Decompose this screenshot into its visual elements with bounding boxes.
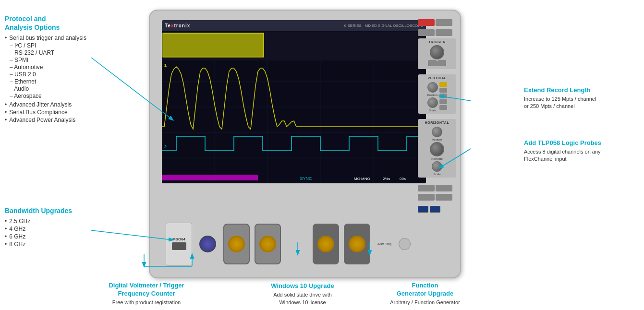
svg-rect-11 — [163, 33, 264, 57]
trigger-btn-1[interactable] — [428, 60, 437, 66]
probe-ch1-connector[interactable] — [228, 236, 245, 252]
sub-item: Audio — [10, 85, 106, 92]
list-item: Advanced Jitter Analysis — [5, 101, 106, 108]
digital-voltmeter-title: Digital Voltmeter / TriggerFrequency Cou… — [103, 282, 190, 298]
position-knob[interactable] — [427, 82, 438, 93]
trigger-buttons — [420, 60, 454, 66]
screen-waveform: SYNC MO·MNO 2%s 00s 1 2 — [162, 31, 426, 183]
probe-ch2 — [255, 224, 281, 264]
vertical-section: VERTICAL Position Scale — [418, 74, 456, 114]
list-item: 6 GHz — [5, 233, 106, 240]
analysis-list: Advanced Jitter Analysis Serial Bus Comp… — [5, 101, 106, 123]
svg-text:MO·MNO: MO·MNO — [354, 177, 370, 181]
sub-items: I²C / SPI RS-232 / UART SPMI Automotive … — [10, 42, 106, 99]
extend-record-text: Increase to 125 Mpts / channelor 250 Mpt… — [524, 95, 637, 110]
sub-item: Automotive — [10, 64, 106, 71]
list-item: Advanced Power Analysis — [5, 117, 106, 123]
trigger-section: TRIGGER — [418, 38, 456, 69]
aux-trig-connector[interactable] — [399, 238, 411, 250]
ch5-button[interactable] — [439, 105, 447, 110]
probe-ch3-connector[interactable] — [317, 236, 334, 252]
scale-knob[interactable] — [427, 97, 438, 108]
list-item: 4 GHz — [5, 226, 106, 232]
sub-item: SPMI — [10, 57, 106, 63]
gray-button[interactable] — [436, 29, 452, 36]
channel-buttons — [439, 82, 447, 112]
oscilloscope-body: Textronix 6 SERIES MIXED SIGNAL OSCILLOS… — [149, 10, 461, 278]
list-item: Serial Bus Compliance — [5, 109, 106, 116]
probe-ch3 — [313, 224, 339, 264]
ch3-button[interactable] — [439, 94, 447, 98]
vertical-controls: Position Scale — [420, 81, 454, 112]
bottom-btns — [418, 185, 456, 191]
protocol-list: Serial bus trigger and analysis — [5, 35, 106, 41]
mso-label: MSO64 — [166, 223, 192, 266]
vertical-label: VERTICAL — [420, 76, 454, 80]
h-position-knob[interactable] — [432, 127, 442, 137]
list-item: 2.5 GHz — [5, 218, 106, 225]
usb-port-1[interactable] — [418, 206, 428, 213]
svg-text:1: 1 — [164, 63, 167, 68]
sub-item: Ethernet — [10, 78, 106, 85]
svg-rect-13 — [162, 175, 258, 180]
svg-text:2: 2 — [164, 144, 167, 149]
screen-model: 6 SERIES MIXED SIGNAL OSCILLOSCOPE — [344, 24, 423, 28]
horizontal-controls: Position Navigate Scale — [420, 126, 454, 176]
sub-item: RS-232 / UART — [10, 49, 106, 56]
sub-item: USB 2.0 — [10, 71, 106, 78]
svg-text:2%s: 2%s — [383, 177, 390, 181]
power-button[interactable] — [199, 236, 216, 252]
bottom-btn-4[interactable] — [436, 194, 452, 201]
function-generator-annotation: FunctionGenerator Upgrade Arbitrary / Fu… — [384, 282, 466, 306]
red-button[interactable] — [418, 19, 435, 26]
screen-top-bar: Textronix 6 SERIES MIXED SIGNAL OSCILLOS… — [162, 20, 426, 31]
bottom-btn-3[interactable] — [418, 194, 435, 201]
probe-ch2-connector[interactable] — [259, 236, 276, 252]
protocol-title: Protocol andAnalysis Options — [5, 14, 106, 32]
trigger-knob[interactable] — [430, 45, 444, 60]
bandwidth-panel: Bandwidth Upgrades 2.5 GHz 4 GHz 6 GHz 8… — [5, 206, 106, 249]
list-item: Serial bus trigger and analysis — [5, 35, 106, 41]
function-generator-title: FunctionGenerator Upgrade — [384, 282, 466, 298]
ch1-button[interactable] — [439, 82, 447, 87]
top-buttons-2 — [418, 29, 456, 36]
windows-upgrade-text: Add solid state drive withWindows 10 lic… — [264, 291, 341, 306]
logic-probes-title: Add TLP058 Logic Probes — [524, 139, 637, 147]
bandwidth-list: 2.5 GHz 4 GHz 6 GHz 8 GHz — [5, 218, 106, 248]
right-controls-area: TRIGGER VERTICAL Position Scale — [418, 19, 456, 213]
bottom-btn-2[interactable] — [436, 185, 452, 191]
h-scale-knob[interactable] — [432, 161, 442, 172]
svg-text:00s: 00s — [400, 177, 406, 181]
function-generator-text: Arbitrary / Function Generator — [384, 299, 466, 306]
sub-item: Aerospace — [10, 93, 106, 99]
probe-ch4-connector[interactable] — [349, 236, 365, 252]
extend-record-annotation: Extend Record Length Increase to 125 Mpt… — [524, 86, 637, 110]
probe-area: MSO64 Aux Trig — [162, 216, 414, 272]
aux-trig-label: Aux Trig — [377, 242, 391, 246]
usb-port-2[interactable] — [430, 206, 440, 213]
digital-voltmeter-text: Free with product registration — [103, 299, 190, 306]
ch4-button[interactable] — [439, 99, 447, 104]
probe-ch1 — [223, 224, 250, 264]
left-panel: Protocol andAnalysis Options Serial bus … — [5, 14, 106, 124]
trigger-label: TRIGGER — [420, 40, 454, 44]
ch2-button[interactable] — [439, 88, 447, 93]
brand-logo: Textronix — [165, 23, 190, 28]
horizontal-label: HORIZONTAL — [420, 121, 454, 124]
power-button-area[interactable] — [172, 242, 186, 250]
oscilloscope-screen: Textronix 6 SERIES MIXED SIGNAL OSCILLOS… — [162, 20, 426, 183]
h-navigate-knob[interactable] — [430, 142, 444, 156]
gray-button[interactable] — [418, 29, 435, 36]
extend-record-title: Extend Record Length — [524, 86, 637, 95]
top-buttons — [418, 19, 456, 26]
probe-ch4 — [344, 224, 370, 264]
windows-upgrade-annotation: Windows 10 Upgrade Add solid state drive… — [264, 282, 341, 306]
add-logic-probes-annotation: Add TLP058 Logic Probes Access 8 digital… — [524, 139, 637, 163]
horizontal-section: HORIZONTAL Position Navigate Scale — [418, 119, 456, 178]
list-item: 8 GHz — [5, 241, 106, 248]
gray-button[interactable] — [436, 19, 452, 26]
usb-ports — [418, 206, 456, 213]
trigger-btn-2[interactable] — [437, 60, 446, 66]
bottom-btn-1[interactable] — [418, 185, 435, 191]
bottom-btns-2 — [418, 194, 456, 201]
